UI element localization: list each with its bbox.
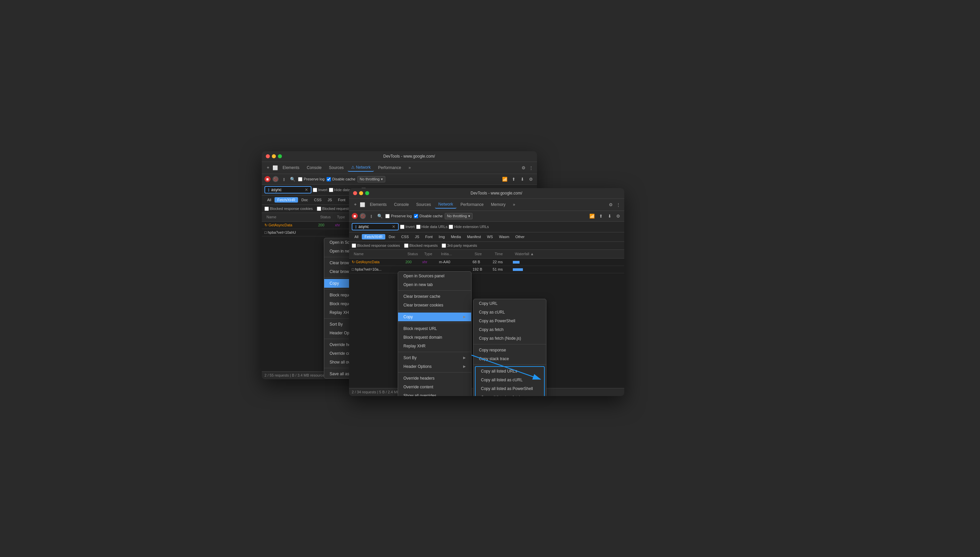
blocked-requests-label-2[interactable]: Blocked requests xyxy=(404,243,438,248)
search-box-1[interactable]: ⫿ async ✕ xyxy=(265,186,312,194)
blocked-cookies-checkbox-1[interactable] xyxy=(265,207,269,211)
clear-search-icon-2[interactable]: ✕ xyxy=(392,224,395,229)
maximize-button[interactable] xyxy=(278,154,282,158)
tab-performance-1[interactable]: Performance xyxy=(374,164,404,171)
disable-cache-checkbox-2[interactable] xyxy=(414,214,418,218)
menu-override-headers-2[interactable]: Override headers xyxy=(398,374,471,383)
blocked-requests-checkbox-2[interactable] xyxy=(404,243,408,248)
blocked-cookies-label-2[interactable]: Blocked response cookies xyxy=(352,243,400,248)
tab-console-1[interactable]: Console xyxy=(304,164,325,171)
preserve-log-checkbox-1[interactable] xyxy=(298,177,302,181)
copy-url-2[interactable]: Copy URL xyxy=(474,299,546,308)
copy-all-listed-powershell-2[interactable]: Copy all listed as PowerShell xyxy=(475,384,544,393)
close-button-2[interactable] xyxy=(353,191,357,195)
invert-label-1[interactable]: Invert xyxy=(313,188,328,192)
copy-all-listed-curl-2[interactable]: Copy all listed as cURL xyxy=(475,376,544,384)
menu-open-tab-2[interactable]: Open in new tab xyxy=(398,280,471,289)
search-box-2[interactable]: ⫿ async ✕ xyxy=(352,223,399,230)
filter-media-2[interactable]: Media xyxy=(448,234,464,239)
blocked-cookies-checkbox-2[interactable] xyxy=(352,243,356,248)
hide-data-urls-checkbox-2[interactable] xyxy=(416,225,421,229)
hide-data-urls-label-2[interactable]: Hide data URLs xyxy=(416,225,448,229)
menu-copy-2[interactable]: Copy ▶ xyxy=(398,313,471,321)
menu-open-sources-2[interactable]: Open in Sources panel xyxy=(398,272,471,280)
preserve-log-label-1[interactable]: Preserve log xyxy=(298,177,325,181)
minimize-button[interactable] xyxy=(272,154,276,158)
filter-ws-2[interactable]: WS xyxy=(484,234,496,239)
filter-js-2[interactable]: JS xyxy=(412,234,422,239)
hide-data-urls-checkbox-1[interactable] xyxy=(329,188,333,192)
copy-fetch-2[interactable]: Copy as fetch xyxy=(474,325,546,334)
throttling-dropdown-1[interactable]: No throttling ▾ xyxy=(358,176,385,182)
tab-performance-2[interactable]: Performance xyxy=(457,201,487,208)
copy-stack-trace-2[interactable]: Copy stack trace xyxy=(474,355,546,363)
filter-doc-2[interactable]: Doc xyxy=(386,234,398,239)
disable-cache-label-1[interactable]: Disable cache xyxy=(327,177,355,181)
clear-button-2[interactable]: 🚫 xyxy=(360,213,366,219)
filter-all-1[interactable]: All xyxy=(265,197,274,202)
hide-extension-label-2[interactable]: Hide extension URLs xyxy=(449,225,488,229)
disable-cache-label-2[interactable]: Disable cache xyxy=(414,214,443,218)
blocked-cookies-label-1[interactable]: Blocked response cookies xyxy=(265,207,313,211)
filter-js-1[interactable]: JS xyxy=(325,197,335,202)
menu-sort-by-2[interactable]: Sort By ▶ xyxy=(398,353,471,362)
tab-sources-2[interactable]: Sources xyxy=(413,201,434,208)
third-party-checkbox-2[interactable] xyxy=(442,243,446,248)
filter-css-2[interactable]: CSS xyxy=(399,234,412,239)
network-settings-icon-2[interactable]: ⚙ xyxy=(615,213,622,219)
inspector-icon-2[interactable]: ⬜ xyxy=(359,201,366,208)
filter-font-1[interactable]: Font xyxy=(335,197,348,202)
filter-all-2[interactable]: All xyxy=(352,234,361,239)
settings-icon-2[interactable]: ⚙ xyxy=(608,201,614,208)
tab-network-2[interactable]: Network xyxy=(435,200,456,208)
maximize-button-2[interactable] xyxy=(365,191,369,195)
search-icon-1[interactable]: 🔍 xyxy=(289,176,296,182)
menu-replay-xhr-2[interactable]: Replay XHR xyxy=(398,342,471,350)
preserve-log-label-2[interactable]: Preserve log xyxy=(385,214,412,218)
record-stop-button-2[interactable]: ⏹ xyxy=(352,213,358,219)
filter-doc-1[interactable]: Doc xyxy=(299,197,311,202)
settings-icon-1[interactable]: ⚙ xyxy=(520,164,527,171)
tab-network-1[interactable]: ⚠ Network xyxy=(348,164,374,172)
copy-powershell-2[interactable]: Copy as PowerShell xyxy=(474,316,546,325)
tab-console-2[interactable]: Console xyxy=(390,201,412,208)
invert-checkbox-1[interactable] xyxy=(313,188,317,192)
invert-label-2[interactable]: Invert xyxy=(400,225,415,229)
tab-sources-1[interactable]: Sources xyxy=(325,164,347,171)
copy-fetch-node-2[interactable]: Copy as fetch (Node.js) xyxy=(474,334,546,343)
filter-icon-1[interactable]: ⫿ xyxy=(281,176,287,182)
clear-button-1[interactable]: 🚫 xyxy=(273,176,279,182)
menu-show-overrides-2[interactable]: Show all overrides xyxy=(398,391,471,396)
blocked-requests-checkbox-1[interactable] xyxy=(317,207,321,211)
filter-wasm-2[interactable]: Wasm xyxy=(497,234,512,239)
more-icon-1[interactable]: ⋮ xyxy=(528,164,534,171)
filter-other-2[interactable]: Other xyxy=(513,234,527,239)
cursor-icon[interactable]: ⌖ xyxy=(265,164,271,171)
third-party-label-2[interactable]: 3rd-party requests xyxy=(442,243,477,248)
network-settings-icon-1[interactable]: ⚙ xyxy=(528,176,534,182)
tab-more-2[interactable]: » xyxy=(510,201,519,208)
filter-icon-2[interactable]: ⫿ xyxy=(368,213,374,219)
hide-extension-checkbox-2[interactable] xyxy=(449,225,453,229)
disable-cache-checkbox-1[interactable] xyxy=(327,177,331,181)
copy-response-2[interactable]: Copy response xyxy=(474,346,546,355)
cursor-icon-2[interactable]: ⌖ xyxy=(352,201,358,208)
record-stop-button-1[interactable]: ⏹ xyxy=(265,176,271,182)
tab-elements-2[interactable]: Elements xyxy=(366,201,390,208)
copy-all-listed-fetch-2[interactable]: Copy all listed as fetch xyxy=(475,393,544,396)
filter-font-2[interactable]: Font xyxy=(423,234,435,239)
menu-header-options-2[interactable]: Header Options ▶ xyxy=(398,362,471,371)
invert-checkbox-2[interactable] xyxy=(400,225,404,229)
copy-all-listed-urls-2[interactable]: Copy all listed URLs xyxy=(475,367,544,376)
table-row-2-2[interactable]: □ hpba?vet=10a... 192 B 51 ms xyxy=(349,266,624,273)
close-button[interactable] xyxy=(266,154,270,158)
copy-curl-2[interactable]: Copy as cURL xyxy=(474,308,546,316)
table-row-2-1[interactable]: ↻ GetAsyncData 200 xhr m-AA0 68 B 22 ms xyxy=(349,259,624,266)
filter-img-2[interactable]: Img xyxy=(436,234,448,239)
minimize-button-2[interactable] xyxy=(359,191,363,195)
filter-fetch-xhr-2[interactable]: Fetch/XHR xyxy=(362,234,385,239)
menu-override-content-2[interactable]: Override content xyxy=(398,383,471,391)
preserve-log-checkbox-2[interactable] xyxy=(385,214,390,218)
tab-memory-2[interactable]: Memory xyxy=(488,201,509,208)
search-icon-2[interactable]: 🔍 xyxy=(377,213,383,219)
